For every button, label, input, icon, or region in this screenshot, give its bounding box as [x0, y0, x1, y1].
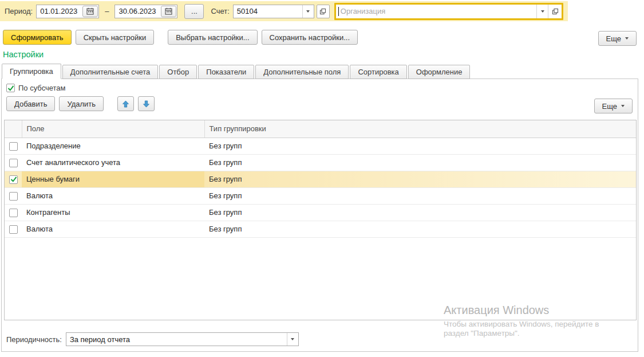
grouping-type-column-header: Тип группировки — [204, 120, 636, 138]
organization-placeholder[interactable]: Организация — [339, 7, 536, 15]
row-field-value[interactable]: Ценные бумаги — [22, 171, 204, 187]
row-grouping-type-value[interactable]: Без групп — [204, 221, 636, 237]
settings-tab[interactable]: Сортировка — [350, 65, 406, 79]
filter-bar: Период: 01.01.2023 – 30.06.2023 ... Счет… — [0, 1, 568, 21]
periodicity-label: Периодичность: — [6, 335, 62, 344]
field-column-header: Поле — [22, 120, 204, 138]
settings-tab[interactable]: Дополнительные счета — [62, 65, 158, 79]
checkbox-column-header — [5, 120, 22, 138]
settings-tab[interactable]: Дополнительные поля — [255, 65, 349, 79]
account-label: Счет: — [211, 7, 229, 15]
period-picker-button[interactable]: ... — [184, 4, 204, 19]
organization-dropdown-arrow-icon[interactable] — [536, 5, 548, 18]
date-to-value[interactable]: 30.06.2023 — [115, 7, 159, 15]
settings-title: Настройки — [3, 50, 44, 59]
date-range-dash: – — [105, 7, 109, 15]
row-checkbox[interactable] — [9, 159, 18, 167]
chevron-down-icon — [625, 37, 629, 40]
move-up-button[interactable] — [117, 96, 134, 111]
organization-open-icon[interactable] — [548, 5, 562, 18]
generate-button[interactable]: Сформировать — [3, 30, 72, 45]
subaccounts-checkbox-label: По субсчетам — [18, 84, 66, 92]
periodicity-row: Периодичность: За период отчета — [6, 332, 299, 346]
settings-tabs: Группировка Дополнительные счета Отбор П… — [2, 64, 471, 79]
delete-button[interactable]: Удалить — [59, 96, 104, 111]
grouping-more-button[interactable]: Еще — [594, 99, 633, 113]
date-from-value[interactable]: 01.01.2023 — [37, 7, 81, 15]
tab-label: Группировка — [10, 67, 53, 76]
grouping-more-label: Еще — [602, 102, 617, 111]
table-row[interactable]: Ценные бумаги Без групп — [5, 171, 636, 187]
table-row[interactable]: Контрагенты Без групп — [5, 204, 636, 221]
row-checkbox[interactable] — [9, 175, 18, 184]
row-field-value[interactable]: Подразделение — [22, 138, 204, 154]
settings-tab[interactable]: Отбор — [159, 65, 197, 79]
tab-label: Показатели — [206, 68, 246, 76]
date-from-field[interactable]: 01.01.2023 — [36, 5, 99, 18]
row-grouping-type-value[interactable]: Без групп — [204, 204, 636, 221]
row-field-value[interactable]: Валюта — [22, 187, 204, 204]
table-row[interactable]: Подразделение Без групп — [5, 138, 636, 154]
move-down-button[interactable] — [138, 96, 155, 111]
row-checkbox[interactable] — [9, 225, 18, 234]
periodicity-dropdown-arrow-icon[interactable] — [287, 333, 298, 346]
save-settings-button[interactable]: Сохранить настройки... — [262, 30, 358, 45]
date-to-field[interactable]: 30.06.2023 — [114, 5, 177, 18]
table-row[interactable]: Счет аналитического учета Без групп — [5, 154, 636, 171]
settings-tab[interactable]: Оформление — [408, 65, 471, 79]
report-settings-window: Период: 01.01.2023 – 30.06.2023 ... Счет… — [0, 0, 644, 357]
table-row[interactable]: Валюта Без групп — [5, 221, 636, 237]
subaccounts-checkbox[interactable] — [6, 84, 15, 92]
periodicity-value[interactable]: За период отчета — [66, 335, 133, 344]
settings-tab[interactable]: Показатели — [198, 65, 254, 79]
more-button[interactable]: Еще — [598, 31, 637, 46]
account-combo[interactable]: 50104 — [233, 5, 314, 18]
periodicity-select[interactable]: За период отчета — [66, 332, 299, 346]
row-field-value[interactable]: Валюта — [22, 221, 204, 237]
arrow-down-icon — [143, 100, 150, 108]
account-value[interactable]: 50104 — [234, 7, 261, 15]
choose-settings-button[interactable]: Выбрать настройки... — [168, 30, 257, 45]
table-row[interactable]: Валюта Без групп — [5, 187, 636, 204]
arrow-up-icon — [122, 100, 129, 108]
calendar-icon[interactable] — [82, 6, 98, 17]
row-checkbox[interactable] — [9, 142, 18, 151]
tab-label: Оформление — [416, 68, 463, 76]
row-field-value[interactable]: Контрагенты — [22, 204, 204, 221]
settings-tab[interactable]: Группировка — [2, 64, 61, 79]
settings-panel: По субсчетам Добавить Удалить Еще По — [1, 79, 638, 352]
row-checkbox[interactable] — [9, 192, 18, 201]
more-button-label: Еще — [606, 34, 621, 43]
organization-field[interactable]: Организация — [334, 3, 563, 20]
tab-label: Дополнительные счета — [70, 68, 150, 76]
grouping-table: Поле Тип группировки Подразделение Без г… — [4, 120, 637, 320]
row-field-value[interactable]: Счет аналитического учета — [22, 154, 204, 171]
tab-label: Сортировка — [358, 68, 398, 76]
report-actions: Сформировать Скрыть настройки Выбрать на… — [3, 30, 358, 45]
calendar-icon[interactable] — [161, 6, 176, 17]
subaccounts-checkbox-row[interactable]: По субсчетам — [6, 84, 638, 92]
row-checkbox[interactable] — [9, 209, 18, 217]
tab-label: Дополнительные поля — [263, 68, 341, 76]
account-open-icon[interactable] — [317, 5, 330, 18]
hide-settings-button[interactable]: Скрыть настройки — [76, 30, 155, 45]
chevron-down-icon — [621, 105, 625, 107]
grouping-toolbar: Добавить Удалить — [6, 96, 638, 111]
period-label: Период: — [5, 7, 33, 15]
tab-label: Отбор — [167, 68, 189, 76]
add-button[interactable]: Добавить — [6, 96, 55, 111]
row-grouping-type-value[interactable]: Без групп — [204, 154, 636, 171]
row-grouping-type-value[interactable]: Без групп — [204, 187, 636, 204]
account-dropdown-arrow-icon[interactable] — [302, 5, 314, 18]
table-header-row: Поле Тип группировки — [5, 120, 636, 138]
row-grouping-type-value[interactable]: Без групп — [204, 171, 636, 187]
row-grouping-type-value[interactable]: Без групп — [204, 138, 636, 154]
